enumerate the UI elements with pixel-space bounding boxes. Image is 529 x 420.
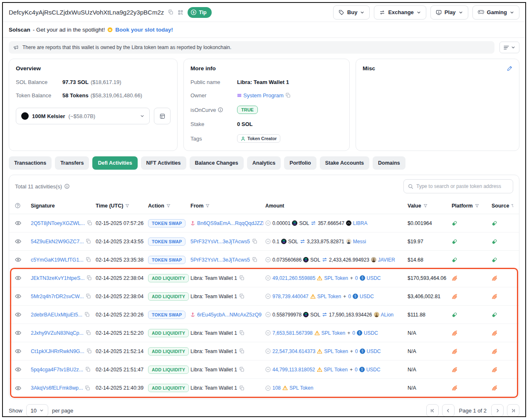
signature-link[interactable]: 5Mr2q4h7rDR2svCW... bbox=[31, 294, 84, 299]
tab-portfolio[interactable]: Portfolio bbox=[284, 156, 316, 170]
tab-transactions[interactable]: Transactions bbox=[9, 156, 52, 170]
page-size-select[interactable]: 10 bbox=[26, 404, 48, 417]
copy-icon[interactable] bbox=[239, 367, 245, 372]
eye-icon[interactable] bbox=[15, 331, 21, 335]
tab-analytics[interactable]: Analytics bbox=[247, 156, 281, 170]
pump-icon[interactable] bbox=[492, 239, 497, 245]
meteora-icon[interactable] bbox=[452, 348, 457, 354]
prev-page-button[interactable] bbox=[442, 404, 455, 417]
tab-nft-activities[interactable]: NFT Activities bbox=[141, 156, 186, 170]
copy-icon[interactable] bbox=[252, 239, 257, 244]
token-link[interactable]: ALion bbox=[381, 312, 394, 318]
copy-icon[interactable] bbox=[285, 93, 291, 98]
signature-link[interactable]: c5YmGaK19WLfTG1... bbox=[31, 257, 84, 263]
eye-icon[interactable] bbox=[15, 239, 21, 244]
signature-link[interactable]: 54Z9uEkN2W9GZC7... bbox=[31, 239, 84, 245]
copy-icon[interactable] bbox=[86, 257, 91, 262]
nav-exchange-button[interactable]: Exchange bbox=[374, 5, 426, 20]
eye-icon[interactable] bbox=[15, 294, 21, 299]
tab-balance-changes[interactable]: Balance Changes bbox=[190, 156, 244, 170]
funnel-icon[interactable] bbox=[475, 204, 479, 208]
tab-transfers[interactable]: Transfers bbox=[55, 156, 89, 170]
signature-link[interactable]: 5pq4cga4F7tv1BU2z... bbox=[31, 367, 83, 373]
meteora-icon[interactable] bbox=[492, 330, 497, 336]
pump-icon[interactable] bbox=[492, 257, 497, 263]
meteora-icon[interactable] bbox=[452, 367, 457, 373]
pump-icon[interactable] bbox=[492, 220, 497, 226]
token-link[interactable]: USDC bbox=[364, 330, 378, 336]
token-link[interactable]: SPL Token bbox=[324, 367, 348, 373]
pencil-icon[interactable] bbox=[507, 66, 512, 71]
pump-icon[interactable] bbox=[452, 239, 457, 245]
from-address-link[interactable]: 5PrF32YsVt...3eJjTAcws5 bbox=[190, 257, 250, 263]
from-address-link[interactable]: 6rEu45ycbA...NMcAxZ5zQ9 bbox=[197, 312, 262, 318]
eye-icon[interactable] bbox=[15, 312, 21, 317]
meteora-icon[interactable] bbox=[452, 275, 457, 281]
token-link[interactable]: SPL Token bbox=[317, 294, 341, 299]
meteora-icon[interactable] bbox=[492, 385, 497, 391]
eye-icon[interactable] bbox=[15, 221, 21, 225]
signature-link[interactable]: 2Jxhy9VZuN83NqCp... bbox=[31, 330, 84, 336]
pump-icon[interactable] bbox=[452, 312, 457, 318]
funnel-icon[interactable] bbox=[125, 204, 129, 208]
first-page-button[interactable] bbox=[426, 404, 439, 417]
token-link[interactable]: SPL Token bbox=[324, 348, 348, 354]
meteora-icon[interactable] bbox=[452, 385, 457, 391]
copy-icon[interactable] bbox=[239, 330, 245, 336]
copy-icon[interactable] bbox=[84, 312, 90, 317]
copy-icon[interactable] bbox=[86, 239, 91, 244]
funnel-icon[interactable] bbox=[166, 204, 171, 208]
nav-gaming-button[interactable]: Gaming bbox=[472, 5, 519, 20]
pump-icon[interactable] bbox=[452, 220, 457, 226]
token-link[interactable]: Messi bbox=[353, 239, 366, 245]
from-address-link[interactable]: Bn6QS9aEmA...RqqQqdJZZM bbox=[197, 220, 264, 226]
signature-link[interactable]: 3AkqVs6fELFmk8wp... bbox=[31, 385, 83, 391]
owner-link[interactable]: System Program bbox=[243, 92, 284, 99]
meteora-icon[interactable] bbox=[492, 367, 497, 373]
copy-icon[interactable] bbox=[239, 385, 245, 391]
token-link[interactable]: USDC bbox=[367, 348, 381, 354]
token-link[interactable]: LIBRA bbox=[353, 220, 368, 226]
eye-icon[interactable] bbox=[15, 367, 21, 372]
portfolio-button[interactable] bbox=[154, 108, 171, 124]
search-input[interactable] bbox=[416, 183, 509, 189]
signature-link[interactable]: Ct1pkXJHRrRwkN9G... bbox=[31, 348, 84, 354]
qr-code-icon[interactable] bbox=[178, 10, 183, 15]
eye-icon[interactable] bbox=[15, 349, 21, 353]
copy-address-icon[interactable] bbox=[168, 10, 173, 15]
pump-icon[interactable] bbox=[492, 312, 497, 318]
signature-link[interactable]: 2debrBAEUxMtjuEt5... bbox=[31, 312, 82, 318]
ad-link[interactable]: Book your slot today! bbox=[115, 27, 173, 33]
copy-icon[interactable] bbox=[252, 257, 257, 262]
meteora-icon[interactable] bbox=[492, 348, 497, 354]
copy-icon[interactable] bbox=[87, 348, 92, 354]
funnel-icon[interactable] bbox=[205, 204, 210, 208]
meteora-icon[interactable] bbox=[452, 294, 457, 299]
copy-icon[interactable] bbox=[239, 294, 245, 299]
copy-icon[interactable] bbox=[239, 348, 245, 354]
nav-play-button[interactable]: Play bbox=[430, 5, 468, 20]
copy-icon[interactable] bbox=[239, 275, 245, 281]
eye-icon[interactable] bbox=[15, 276, 21, 280]
token-link[interactable]: JAVIER bbox=[378, 257, 395, 263]
funnel-icon[interactable] bbox=[423, 204, 428, 208]
tip-button[interactable]: $ Tip bbox=[188, 7, 212, 18]
copy-icon[interactable] bbox=[86, 330, 91, 336]
eye-icon[interactable] bbox=[15, 386, 21, 390]
token-link[interactable]: SPL Token bbox=[321, 330, 345, 336]
funnel-icon[interactable] bbox=[511, 204, 513, 208]
token-creator-tag[interactable]: Token Creator bbox=[237, 134, 280, 143]
token-link[interactable]: USDC bbox=[360, 294, 374, 299]
view-options-button[interactable] bbox=[499, 42, 519, 53]
copy-icon[interactable] bbox=[87, 275, 92, 281]
token-link[interactable]: SPL Token bbox=[324, 275, 348, 281]
token-link[interactable]: USDC bbox=[367, 275, 381, 281]
next-page-button[interactable] bbox=[491, 404, 504, 417]
copy-icon[interactable] bbox=[85, 385, 90, 391]
meteora-icon[interactable] bbox=[492, 275, 497, 281]
token-selector[interactable]: 100M Kelsier (~$58.07B) bbox=[16, 108, 150, 124]
meteora-icon[interactable] bbox=[452, 330, 457, 336]
last-page-button[interactable] bbox=[507, 404, 519, 417]
pump-icon[interactable] bbox=[452, 257, 457, 263]
token-link[interactable]: USDC bbox=[366, 367, 381, 373]
